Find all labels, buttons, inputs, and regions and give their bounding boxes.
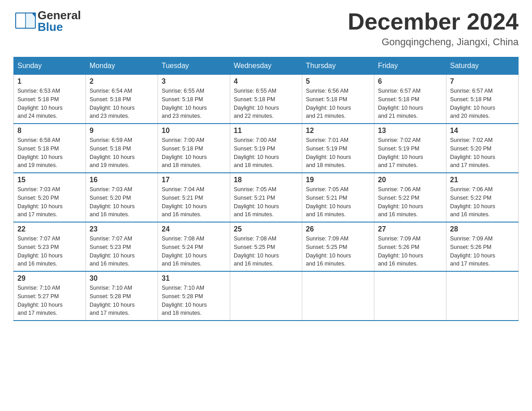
calendar-cell: 6Sunrise: 6:57 AMSunset: 5:18 PMDaylight… [374, 75, 446, 124]
day-info: Sunrise: 7:10 AMSunset: 5:28 PMDaylight:… [90, 284, 154, 317]
header-friday: Friday [374, 57, 446, 75]
calendar-header-row: SundayMondayTuesdayWednesdayThursdayFrid… [14, 57, 519, 75]
day-number: 15 [17, 176, 82, 184]
title-area: December 2024 Gongqingcheng, Jiangxi, Ch… [348, 9, 519, 48]
day-info: Sunrise: 6:55 AMSunset: 5:18 PMDaylight:… [162, 87, 226, 120]
header-thursday: Thursday [302, 57, 374, 75]
page-header: General Blue December 2024 Gongqingcheng… [13, 9, 519, 48]
calendar-table: SundayMondayTuesdayWednesdayThursdayFrid… [13, 57, 519, 321]
day-info: Sunrise: 7:05 AMSunset: 5:21 PMDaylight:… [306, 185, 370, 219]
calendar-cell: 17Sunrise: 7:04 AMSunset: 5:21 PMDayligh… [158, 173, 230, 222]
day-info: Sunrise: 7:08 AMSunset: 5:24 PMDaylight:… [162, 235, 226, 268]
day-info: Sunrise: 6:54 AMSunset: 5:18 PMDaylight:… [90, 87, 154, 120]
day-number: 30 [90, 274, 154, 283]
day-number: 11 [234, 127, 298, 135]
day-info: Sunrise: 6:57 AMSunset: 5:18 PMDaylight:… [378, 87, 442, 120]
day-info: Sunrise: 7:10 AMSunset: 5:28 PMDaylight:… [162, 284, 226, 317]
calendar-cell: 21Sunrise: 7:06 AMSunset: 5:22 PMDayligh… [446, 173, 519, 222]
day-number: 23 [90, 225, 154, 233]
day-info: Sunrise: 6:53 AMSunset: 5:18 PMDaylight:… [17, 87, 82, 120]
calendar-week-row: 29Sunrise: 7:10 AMSunset: 5:27 PMDayligh… [14, 271, 519, 321]
calendar-cell: 7Sunrise: 6:57 AMSunset: 5:18 PMDaylight… [446, 75, 519, 124]
calendar-cell: 15Sunrise: 7:03 AMSunset: 5:20 PMDayligh… [14, 173, 86, 222]
calendar-week-row: 8Sunrise: 6:58 AMSunset: 5:18 PMDaylight… [14, 124, 519, 173]
day-number: 20 [378, 176, 442, 184]
header-monday: Monday [86, 57, 158, 75]
calendar-cell: 10Sunrise: 7:00 AMSunset: 5:18 PMDayligh… [158, 124, 230, 173]
day-number: 18 [234, 176, 298, 184]
day-number: 4 [234, 77, 298, 86]
day-info: Sunrise: 7:01 AMSunset: 5:19 PMDaylight:… [306, 136, 370, 170]
day-number: 2 [90, 77, 154, 86]
day-info: Sunrise: 7:03 AMSunset: 5:20 PMDaylight:… [17, 185, 82, 219]
calendar-cell: 23Sunrise: 7:07 AMSunset: 5:23 PMDayligh… [86, 222, 158, 271]
location-subtitle: Gongqingcheng, Jiangxi, China [348, 36, 519, 48]
calendar-cell [446, 271, 519, 321]
logo: General Blue [13, 9, 81, 33]
day-info: Sunrise: 7:07 AMSunset: 5:23 PMDaylight:… [17, 235, 82, 268]
svg-rect-2 [26, 13, 35, 28]
day-number: 10 [162, 127, 226, 135]
day-number: 1 [17, 77, 82, 86]
day-number: 6 [378, 77, 442, 86]
day-number: 19 [306, 176, 370, 184]
calendar-cell: 31Sunrise: 7:10 AMSunset: 5:28 PMDayligh… [158, 271, 230, 321]
day-number: 14 [450, 127, 515, 135]
calendar-cell: 30Sunrise: 7:10 AMSunset: 5:28 PMDayligh… [86, 271, 158, 321]
day-number: 3 [162, 77, 226, 86]
calendar-cell: 11Sunrise: 7:00 AMSunset: 5:19 PMDayligh… [230, 124, 302, 173]
month-title: December 2024 [348, 9, 519, 34]
logo-text: General Blue [38, 9, 81, 33]
day-info: Sunrise: 7:09 AMSunset: 5:26 PMDaylight:… [450, 235, 515, 268]
day-info: Sunrise: 6:55 AMSunset: 5:18 PMDaylight:… [234, 87, 298, 120]
calendar-cell: 9Sunrise: 6:59 AMSunset: 5:18 PMDaylight… [86, 124, 158, 173]
logo-icon [13, 9, 38, 33]
header-saturday: Saturday [446, 57, 519, 75]
calendar-cell: 27Sunrise: 7:09 AMSunset: 5:26 PMDayligh… [374, 222, 446, 271]
day-info: Sunrise: 6:58 AMSunset: 5:18 PMDaylight:… [17, 136, 82, 170]
day-number: 26 [306, 225, 370, 233]
calendar-week-row: 22Sunrise: 7:07 AMSunset: 5:23 PMDayligh… [14, 222, 519, 271]
header-wednesday: Wednesday [230, 57, 302, 75]
calendar-cell: 14Sunrise: 7:02 AMSunset: 5:20 PMDayligh… [446, 124, 519, 173]
day-info: Sunrise: 7:04 AMSunset: 5:21 PMDaylight:… [162, 185, 226, 219]
day-info: Sunrise: 7:05 AMSunset: 5:21 PMDaylight:… [234, 185, 298, 219]
day-info: Sunrise: 7:00 AMSunset: 5:18 PMDaylight:… [162, 136, 226, 170]
day-info: Sunrise: 7:02 AMSunset: 5:20 PMDaylight:… [450, 136, 515, 170]
day-info: Sunrise: 7:09 AMSunset: 5:26 PMDaylight:… [378, 235, 442, 268]
svg-rect-1 [16, 13, 26, 28]
day-info: Sunrise: 7:06 AMSunset: 5:22 PMDaylight:… [450, 185, 515, 219]
calendar-cell: 16Sunrise: 7:03 AMSunset: 5:20 PMDayligh… [86, 173, 158, 222]
calendar-cell: 28Sunrise: 7:09 AMSunset: 5:26 PMDayligh… [446, 222, 519, 271]
day-number: 28 [450, 225, 515, 233]
calendar-cell: 2Sunrise: 6:54 AMSunset: 5:18 PMDaylight… [86, 75, 158, 124]
day-number: 29 [17, 274, 82, 283]
day-info: Sunrise: 6:57 AMSunset: 5:18 PMDaylight:… [450, 87, 515, 120]
day-number: 17 [162, 176, 226, 184]
day-info: Sunrise: 6:56 AMSunset: 5:18 PMDaylight:… [306, 87, 370, 120]
calendar-cell [230, 271, 302, 321]
day-info: Sunrise: 7:06 AMSunset: 5:22 PMDaylight:… [378, 185, 442, 219]
day-number: 13 [378, 127, 442, 135]
day-number: 12 [306, 127, 370, 135]
calendar-cell: 25Sunrise: 7:08 AMSunset: 5:25 PMDayligh… [230, 222, 302, 271]
day-number: 24 [162, 225, 226, 233]
logo-blue-text: Blue [38, 21, 81, 33]
calendar-cell: 3Sunrise: 6:55 AMSunset: 5:18 PMDaylight… [158, 75, 230, 124]
calendar-cell: 22Sunrise: 7:07 AMSunset: 5:23 PMDayligh… [14, 222, 86, 271]
day-info: Sunrise: 6:59 AMSunset: 5:18 PMDaylight:… [90, 136, 154, 170]
header-tuesday: Tuesday [158, 57, 230, 75]
header-sunday: Sunday [14, 57, 86, 75]
calendar-cell: 20Sunrise: 7:06 AMSunset: 5:22 PMDayligh… [374, 173, 446, 222]
day-number: 25 [234, 225, 298, 233]
day-number: 22 [17, 225, 82, 233]
day-number: 16 [90, 176, 154, 184]
day-number: 8 [17, 127, 82, 135]
day-info: Sunrise: 7:02 AMSunset: 5:19 PMDaylight:… [378, 136, 442, 170]
calendar-cell [302, 271, 374, 321]
calendar-cell: 1Sunrise: 6:53 AMSunset: 5:18 PMDaylight… [14, 75, 86, 124]
calendar-cell: 26Sunrise: 7:09 AMSunset: 5:25 PMDayligh… [302, 222, 374, 271]
day-number: 21 [450, 176, 515, 184]
day-info: Sunrise: 7:09 AMSunset: 5:25 PMDaylight:… [306, 235, 370, 268]
day-number: 31 [162, 274, 226, 283]
